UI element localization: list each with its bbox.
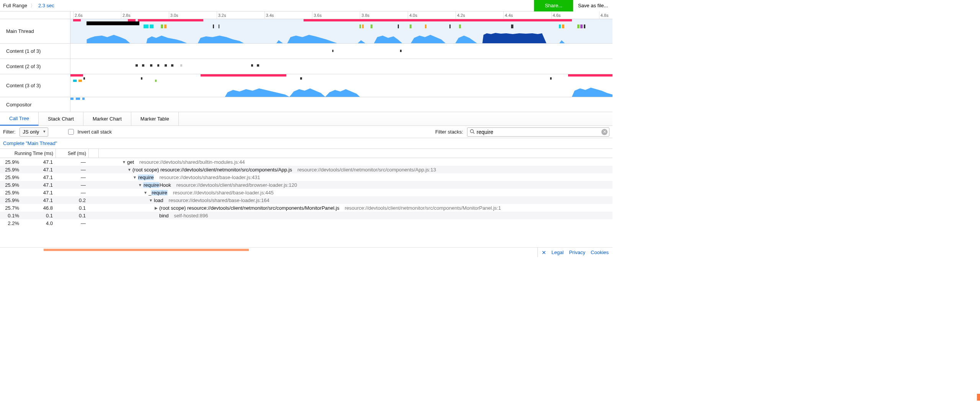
col-running-time[interactable]: Running Time (ms) bbox=[0, 149, 56, 158]
function-location: resource://devtools/client/netmonitor/sr… bbox=[345, 205, 501, 211]
breadcrumb-duration[interactable]: 2.3 sec bbox=[38, 3, 54, 8]
filter-stacks-input[interactable] bbox=[476, 129, 601, 135]
progress-bar bbox=[44, 249, 249, 251]
filter-select[interactable]: JS only bbox=[20, 127, 48, 137]
track-content-3[interactable]: Content (3 of 3) bbox=[0, 74, 612, 97]
function-location: resource://devtools/client/shared/browse… bbox=[176, 182, 297, 188]
track-body-content-1[interactable] bbox=[70, 44, 612, 59]
save-as-file-button[interactable]: Save as file... bbox=[573, 0, 612, 11]
calltree-body[interactable]: 25.9%47.1—▼getresource://devtools/shared… bbox=[0, 158, 612, 247]
calltree-header: Running Time (ms) Self (ms) bbox=[0, 149, 612, 158]
track-body-main[interactable] bbox=[70, 19, 612, 43]
calltree-row[interactable]: 25.9%47.1—▼requireHookresource://devtool… bbox=[0, 181, 612, 189]
function-location: resource://devtools/shared/base-loader.j… bbox=[173, 190, 274, 196]
track-label-content-3[interactable]: Content (3 of 3) bbox=[0, 74, 70, 97]
tab-marker-chart[interactable]: Marker Chart bbox=[83, 112, 131, 126]
function-location: resource://devtools/shared/base-loader.j… bbox=[169, 197, 270, 203]
triangle-down-icon[interactable]: ▼ bbox=[122, 160, 126, 164]
tab-marker-table[interactable]: Marker Table bbox=[131, 112, 179, 126]
clear-filter-button[interactable]: ✕ bbox=[601, 129, 608, 135]
col-self[interactable]: Self (ms) bbox=[56, 149, 89, 158]
tab-call-tree[interactable]: Call Tree bbox=[0, 112, 39, 126]
track-label-compositor[interactable]: Compositor bbox=[0, 97, 70, 112]
filter-stacks-label: Filter stacks: bbox=[435, 129, 463, 135]
calltree-row[interactable]: 25.9%47.1—▼(root scope) resource://devto… bbox=[0, 166, 612, 173]
time-ruler[interactable]: 2.6s2.8s3.0s3.2s3.4s3.6s3.8s4.0s4.2s4.4s… bbox=[0, 11, 612, 19]
tab-stack-chart[interactable]: Stack Chart bbox=[39, 112, 83, 126]
complete-thread-link[interactable]: Complete "Main Thread" bbox=[0, 138, 612, 149]
ruler-tick: 4.6s bbox=[551, 11, 561, 19]
track-content-2[interactable]: Content (2 of 3) bbox=[0, 59, 612, 74]
track-main-thread[interactable]: Main Thread bbox=[0, 19, 612, 44]
calltree-row[interactable]: 25.9%47.1—▼requireresource://devtools/sh… bbox=[0, 173, 612, 181]
ruler-tick: 4.4s bbox=[503, 11, 513, 19]
search-icon bbox=[470, 129, 475, 135]
invert-label: Invert call stack bbox=[78, 129, 112, 135]
ruler-tick: 3.4s bbox=[265, 11, 274, 19]
track-compositor[interactable]: Compositor bbox=[0, 97, 612, 112]
footer: ✕ Legal Privacy Cookies bbox=[0, 247, 612, 257]
footer-links: ✕ Legal Privacy Cookies bbox=[537, 248, 612, 257]
ruler-tick: 3.2s bbox=[217, 11, 226, 19]
invert-checkbox[interactable] bbox=[68, 129, 74, 135]
svg-point-0 bbox=[470, 129, 474, 132]
function-name: bind bbox=[159, 213, 169, 219]
panel-tabs: Call Tree Stack Chart Marker Chart Marke… bbox=[0, 112, 612, 126]
calltree-row[interactable]: 25.9%47.1—▼getresource://devtools/shared… bbox=[0, 158, 612, 166]
function-location: resource://devtools/client/netmonitor/sr… bbox=[297, 167, 436, 173]
function-name: require bbox=[138, 175, 154, 180]
svg-line-1 bbox=[473, 132, 474, 133]
calltree-row[interactable]: 2.2%4.0— bbox=[0, 219, 612, 227]
triangle-down-icon[interactable]: ▼ bbox=[127, 168, 132, 172]
ruler-tick: 4.0s bbox=[408, 11, 417, 19]
top-toolbar: Full Range 〉 2.3 sec Share... Save as fi… bbox=[0, 0, 612, 11]
track-body-content-3[interactable] bbox=[70, 74, 612, 97]
triangle-down-icon[interactable]: ▼ bbox=[138, 183, 142, 187]
track-label-content-2[interactable]: Content (2 of 3) bbox=[0, 59, 70, 74]
triangle-down-icon[interactable]: ▼ bbox=[149, 198, 153, 202]
track-body-content-2[interactable] bbox=[70, 59, 612, 74]
ruler-tick: 3.6s bbox=[312, 11, 322, 19]
filter-stacks-field[interactable]: ✕ bbox=[467, 127, 609, 137]
triangle-right-icon[interactable]: ▶ bbox=[154, 206, 158, 210]
filter-label: Filter: bbox=[3, 129, 16, 135]
function-location: self-hosted:896 bbox=[174, 213, 208, 219]
legal-link[interactable]: Legal bbox=[552, 250, 564, 255]
cookies-link[interactable]: Cookies bbox=[591, 250, 609, 255]
calltree-row[interactable]: 25.9%47.1—▼_requireresource://devtools/s… bbox=[0, 189, 612, 196]
calltree-row[interactable]: 25.9%47.10.2▼loadresource://devtools/sha… bbox=[0, 196, 612, 204]
function-name: (root scope) resource://devtools/client/… bbox=[159, 205, 339, 211]
track-label-main[interactable]: Main Thread bbox=[0, 19, 70, 43]
privacy-link[interactable]: Privacy bbox=[569, 250, 585, 255]
breadcrumb: Full Range 〉 2.3 sec bbox=[3, 2, 54, 9]
ruler-tick: 3.8s bbox=[360, 11, 369, 19]
track-label-content-1[interactable]: Content (1 of 3) bbox=[0, 44, 70, 59]
triangle-down-icon[interactable]: ▼ bbox=[132, 175, 137, 179]
calltree-row[interactable]: 0.1%0.10.1bindself-hosted:896 bbox=[0, 212, 612, 219]
function-location: resource://devtools/shared/builtin-modul… bbox=[139, 159, 245, 165]
ruler-tick: 2.8s bbox=[121, 11, 131, 19]
calltree-row[interactable]: 25.7%46.80.1▶(root scope) resource://dev… bbox=[0, 204, 612, 212]
timeline-tracks: Main Thread bbox=[0, 19, 612, 112]
share-button[interactable]: Share... bbox=[534, 0, 573, 11]
ruler-tick: 4.8s bbox=[599, 11, 609, 19]
function-name: (root scope) resource://devtools/client/… bbox=[132, 167, 292, 173]
breadcrumb-full-range[interactable]: Full Range bbox=[3, 3, 27, 8]
function-name: load bbox=[154, 197, 163, 203]
triangle-down-icon[interactable]: ▼ bbox=[143, 191, 148, 195]
ruler-tick: 2.6s bbox=[73, 11, 83, 19]
filter-row: Filter: JS only Invert call stack Filter… bbox=[0, 126, 612, 138]
function-name: requireHook bbox=[143, 182, 171, 188]
track-body-compositor[interactable] bbox=[70, 97, 612, 112]
function-location: resource://devtools/shared/base-loader.j… bbox=[159, 175, 260, 180]
function-name: get bbox=[127, 159, 134, 165]
ruler-tick: 4.2s bbox=[456, 11, 465, 19]
close-icon[interactable]: ✕ bbox=[542, 250, 546, 256]
track-content-1[interactable]: Content (1 of 3) bbox=[0, 44, 612, 59]
ruler-tick: 3.0s bbox=[169, 11, 178, 19]
chevron-right-icon: 〉 bbox=[30, 2, 35, 9]
function-name: _require bbox=[149, 190, 168, 196]
